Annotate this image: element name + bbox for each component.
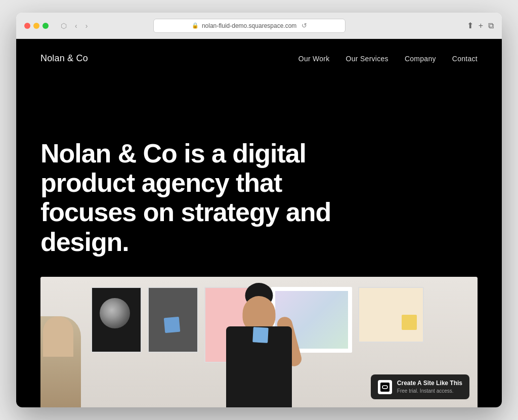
hero-headline: Nolan & Co is a digital product agency t… <box>40 139 344 257</box>
share-icon[interactable]: ⬆ <box>467 21 473 30</box>
nav-our-services[interactable]: Our Services <box>346 55 388 63</box>
site-header: Nolan & Co Our Work Our Services Company… <box>16 39 502 78</box>
browser-chrome: ⬡ ‹ › 🔒 nolan-fluid-demo.squarespace.com… <box>16 13 502 39</box>
hero-spacer <box>16 78 502 108</box>
maximize-button[interactable] <box>42 23 49 29</box>
back-arrow[interactable]: ‹ <box>73 21 79 31</box>
svg-rect-0 <box>380 383 390 392</box>
browser-controls: ⬡ ‹ › <box>59 21 90 31</box>
badge-subtitle: Free trial. Instant access. <box>397 388 462 394</box>
forward-arrow[interactable]: › <box>83 21 90 31</box>
badge-title: Create A Site Like This <box>397 380 462 388</box>
url-text: nolan-fluid-demo.squarespace.com <box>202 22 296 29</box>
reload-icon[interactable]: ↺ <box>301 22 307 29</box>
image-scene: Create A Site Like This Free trial. Inst… <box>40 277 478 407</box>
website-content: Nolan & Co Our Work Our Services Company… <box>16 39 502 407</box>
lock-icon: 🔒 <box>192 22 199 29</box>
hero-image: Create A Site Like This Free trial. Inst… <box>40 277 478 407</box>
squarespace-badge-text: Create A Site Like This Free trial. Inst… <box>397 380 462 394</box>
new-tab-icon[interactable]: + <box>479 21 483 30</box>
sticky-note-2 <box>252 327 269 343</box>
nav-contact[interactable]: Contact <box>452 55 478 63</box>
squarespace-badge[interactable]: Create A Site Like This Free trial. Inst… <box>371 374 469 399</box>
site-logo[interactable]: Nolan & Co <box>40 53 88 64</box>
nav-our-work[interactable]: Our Work <box>298 55 330 63</box>
browser-window: ⬡ ‹ › 🔒 nolan-fluid-demo.squarespace.com… <box>16 13 502 407</box>
address-bar[interactable]: 🔒 nolan-fluid-demo.squarespace.com ↺ <box>153 19 346 33</box>
traffic-lights <box>24 23 49 29</box>
minimize-button[interactable] <box>33 23 39 29</box>
squarespace-icon <box>378 380 392 394</box>
back-button[interactable]: ⬡ <box>59 21 69 31</box>
site-nav: Our Work Our Services Company Contact <box>298 55 478 63</box>
person-left <box>40 316 81 407</box>
sticky-note-1 <box>164 317 181 333</box>
hero-section: Nolan & Co is a digital product agency t… <box>16 108 502 277</box>
browser-actions: ⬆ + ⧉ <box>467 21 494 30</box>
sticky-note-3 <box>402 315 417 330</box>
board-1 <box>91 287 142 353</box>
nav-company[interactable]: Company <box>405 55 436 63</box>
person-center <box>219 296 299 407</box>
tabs-icon[interactable]: ⧉ <box>488 21 494 30</box>
close-button[interactable] <box>24 23 30 29</box>
